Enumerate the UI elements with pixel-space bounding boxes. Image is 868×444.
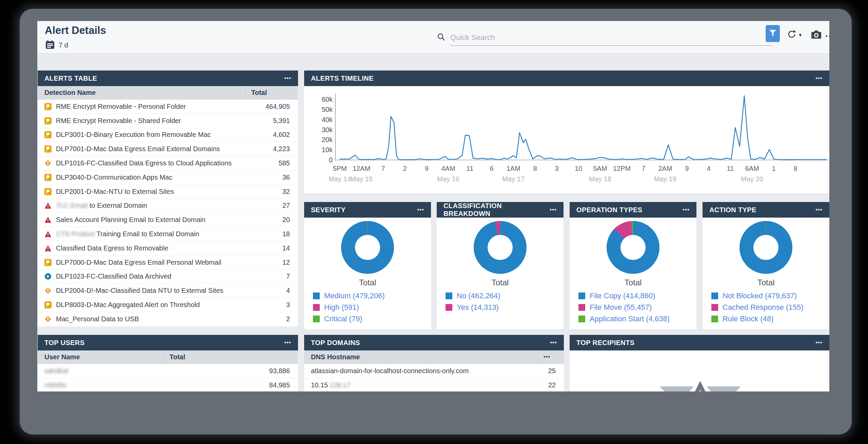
classification-menu-icon[interactable]: ••• xyxy=(550,207,557,212)
legend-label: File Copy (414,860) xyxy=(590,291,655,300)
svg-text:5PM: 5PM xyxy=(333,165,347,172)
svg-text:May 18: May 18 xyxy=(589,175,611,183)
svg-text:May 14: May 14 xyxy=(329,175,351,183)
severity-donut-chart[interactable] xyxy=(341,221,394,274)
legend-item[interactable]: Cached Response (155) xyxy=(711,302,827,313)
action-type-menu-icon[interactable]: ••• xyxy=(815,207,823,212)
table-row[interactable]: DLP1023-FC-Classified Data Archived7 xyxy=(38,270,298,284)
table-row[interactable]: TLC Email to External Domain27 xyxy=(38,199,298,213)
table-row[interactable]: Mac_Personal Data to USB2 xyxy=(38,312,298,326)
legend-item[interactable]: High (591) xyxy=(313,302,428,313)
svg-text:50k: 50k xyxy=(322,106,333,113)
detection-total: 7 xyxy=(286,273,290,280)
legend-item[interactable]: Yes (14,313) xyxy=(446,302,561,313)
table-row[interactable]: Classified Data Egress to Removable14 xyxy=(38,241,298,256)
column-total[interactable]: Total xyxy=(170,353,185,361)
svg-text:8: 8 xyxy=(533,165,537,172)
top-users-column-header: User Name Total xyxy=(38,350,298,364)
legend-label: File Move (55,457) xyxy=(590,303,652,312)
action-type-donut-chart[interactable] xyxy=(739,221,792,274)
table-row[interactable]: mbhtfsi84,985 xyxy=(38,378,298,391)
detection-total: 3 xyxy=(286,301,290,309)
alerts-timeline-menu-icon[interactable]: ••• xyxy=(815,76,823,81)
operation-types-menu-icon[interactable]: ••• xyxy=(683,207,690,212)
legend-item[interactable]: Medium (479,206) xyxy=(313,290,428,302)
severity-menu-icon[interactable]: ••• xyxy=(417,207,424,212)
filter-button[interactable] xyxy=(766,25,780,42)
time-range-selector[interactable]: 7 d xyxy=(45,40,68,51)
table-row[interactable]: atlassian-domain-for-localhost-connectio… xyxy=(304,364,564,378)
camera-button[interactable] xyxy=(811,30,822,40)
svg-text:4AM: 4AM xyxy=(441,165,455,172)
alerts-table-title: ALERTS TABLE xyxy=(44,75,97,82)
legend-item[interactable]: No (462,264) xyxy=(446,290,561,302)
operation-types-total-label: Total xyxy=(570,278,696,287)
svg-text:11: 11 xyxy=(467,165,474,172)
triangle-alert-icon xyxy=(44,230,52,238)
legend-item[interactable]: Not Blocked (479,637) xyxy=(711,290,827,302)
camera-icon xyxy=(811,34,822,40)
user-name: sahdbal xyxy=(44,367,265,375)
severity-header: SEVERITY ••• xyxy=(304,202,431,218)
column-dns-hostname[interactable]: DNS Hostname xyxy=(311,353,360,361)
detection-total: 4,602 xyxy=(273,131,290,139)
table-row[interactable]: sahdbal93,886 xyxy=(38,364,298,378)
table-row[interactable]: RME Encrypt Removable - Shared Folder5,3… xyxy=(38,114,298,128)
chevron-down-icon[interactable]: ▾ xyxy=(799,32,802,39)
time-range-label: 7 d xyxy=(59,41,68,49)
legend-item[interactable]: Critical (79) xyxy=(313,313,428,325)
table-row[interactable]: DLP2001-D-Mac-NTU to External Sites32 xyxy=(38,185,298,199)
table-row[interactable]: DLP7001-D-Mac Data Egress Email External… xyxy=(38,142,298,156)
detection-total: 20 xyxy=(282,216,290,224)
table-row[interactable]: Sales Account Planning Email to External… xyxy=(38,213,298,227)
legend-color-swatch xyxy=(711,292,718,299)
svg-text:May 19: May 19 xyxy=(654,175,676,183)
top-domains-menu-icon[interactable]: ••• xyxy=(550,340,557,345)
top-domains-column-header: DNS Hostname ••• xyxy=(304,350,564,364)
refresh-button[interactable]: ▾ xyxy=(787,29,802,41)
top-users-menu-icon[interactable]: ••• xyxy=(284,340,291,345)
legend-color-swatch xyxy=(313,292,320,299)
legend-item[interactable]: File Move (55,457) xyxy=(578,302,694,313)
topbar-more-icon[interactable]: … xyxy=(825,28,829,39)
flag-alert-icon xyxy=(44,259,52,266)
table-row[interactable]: DLP1016-FC-Classified Data Egress to Clo… xyxy=(38,156,298,170)
legend-label: Medium (479,206) xyxy=(324,291,385,300)
table-row[interactable]: DLP8003-D-Mac Aggregated Alert on Thresh… xyxy=(38,298,298,312)
column-menu-icon[interactable]: ••• xyxy=(544,354,550,360)
column-divider xyxy=(245,88,245,98)
operation-types-donut-chart[interactable] xyxy=(607,221,659,274)
classification-donut-chart[interactable] xyxy=(474,221,527,274)
table-row[interactable]: CTS Product Training Email to External D… xyxy=(38,227,298,241)
action-type-header: ACTION TYPE ••• xyxy=(703,202,829,218)
detection-name: DLP2004-D!-Mac-Classified Data NTU to Ex… xyxy=(56,287,282,295)
column-detection-name[interactable]: Detection Name xyxy=(44,89,96,97)
svg-text:May 15: May 15 xyxy=(350,175,373,183)
legend-item[interactable]: Rule Block (48) xyxy=(711,313,827,325)
detection-name: CTS Product Training Email to External D… xyxy=(56,230,278,238)
legend-item[interactable]: File Copy (414,860) xyxy=(578,290,694,302)
classification-header: CLASSIFICATION BREAKDOWN ••• xyxy=(437,202,564,218)
detection-name: DLP1023-FC-Classified Data Archived xyxy=(56,273,282,280)
legend-color-swatch xyxy=(711,316,718,322)
detection-name: DLP7000-D-Mac Data Egress Email Personal… xyxy=(56,259,278,266)
svg-text:May 17: May 17 xyxy=(502,175,525,183)
legend-color-swatch xyxy=(446,304,452,311)
table-row[interactable]: DLP3001-D-Binary Execution from Removabl… xyxy=(38,128,298,142)
table-row[interactable]: DLP7000-D-Mac Data Egress Email Personal… xyxy=(38,256,298,270)
svg-text:10k: 10k xyxy=(322,146,333,154)
table-row[interactable]: DLP3040-D-Communication Apps Mac36 xyxy=(38,170,298,185)
top-recipients-panel: TOP RECIPIENTS ••• xyxy=(570,335,829,391)
column-user-name[interactable]: User Name xyxy=(44,353,80,361)
column-total[interactable]: Total xyxy=(251,89,267,97)
legend-item[interactable]: Application Start (4,638) xyxy=(578,313,694,325)
table-row[interactable]: 10.15.128.1722 xyxy=(304,378,564,391)
circle-alert-icon xyxy=(44,273,52,280)
operation-types-legend: File Copy (414,860)File Move (55,457)App… xyxy=(578,290,694,325)
search-input[interactable] xyxy=(450,33,772,46)
top-recipients-menu-icon[interactable]: ••• xyxy=(815,340,823,345)
table-row[interactable]: RME Encrypt Removable - Personal Folder4… xyxy=(38,100,298,114)
alerts-table-menu-icon[interactable]: ••• xyxy=(284,76,291,81)
table-row[interactable]: DLP2004-D!-Mac-Classified Data NTU to Ex… xyxy=(38,284,298,298)
legend-color-swatch xyxy=(578,292,585,299)
